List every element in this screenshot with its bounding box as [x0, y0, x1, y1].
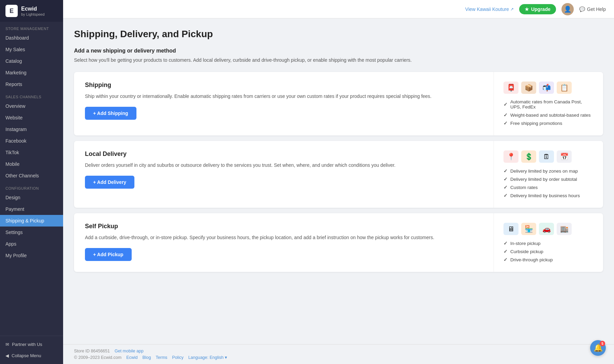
my-profile-label: My Profile: [5, 253, 27, 258]
delivery-feature-1: Delivery limited by zones on map: [503, 168, 594, 174]
delivery-icon-price: 💲: [521, 150, 536, 163]
local-delivery-description: Deliver orders yourself in city and subu…: [85, 162, 483, 169]
design-label: Design: [5, 195, 20, 200]
sidebar-item-other-channels[interactable]: Other Channels: [0, 170, 63, 181]
notification-button[interactable]: 🔔 5: [590, 340, 606, 356]
app-tagline: by Lightspeed: [21, 12, 45, 16]
page-content: Shipping, Delivery, and Pickup Add a new…: [63, 18, 614, 344]
sidebar-item-mobile[interactable]: Mobile: [0, 158, 63, 170]
cards-area: Shipping Ship within your country or int…: [74, 72, 603, 272]
sidebar-item-my-profile[interactable]: My Profile: [0, 250, 63, 261]
partner-label: Partner with Us: [12, 342, 42, 347]
other-channels-label: Other Channels: [5, 173, 39, 178]
sidebar-item-overview[interactable]: Overview: [0, 100, 63, 112]
upgrade-label: Upgrade: [531, 6, 551, 12]
pickup-feature-2: Curbside pickup: [503, 249, 594, 254]
pickup-icon-car: 🚗: [539, 223, 554, 235]
shipping-icon-post: 📮: [503, 82, 518, 94]
sidebar-item-tiktok[interactable]: TikTok: [0, 147, 63, 158]
sidebar-item-shipping-pickup[interactable]: Shipping & Pickup: [0, 215, 63, 227]
tiktok-label: TikTok: [5, 150, 19, 155]
sidebar-item-apps[interactable]: Apps: [0, 238, 63, 250]
shipping-description: Ship within your country or internationa…: [85, 93, 483, 100]
shipping-icon-fedex: 📬: [539, 82, 554, 94]
sidebar-item-website[interactable]: Website: [0, 112, 63, 123]
shipping-icon-other: 📋: [557, 82, 572, 94]
collapse-label: Collapse Menu: [12, 353, 41, 358]
local-delivery-card-right: 📍 💲 🗓 📅 Delivery limited by zones on map…: [494, 141, 603, 208]
shipping-card-left: Shipping Ship within your country or int…: [74, 72, 494, 135]
shipping-icon-ups: 📦: [521, 82, 536, 94]
delivery-icon-map: 📍: [503, 150, 518, 163]
sidebar-item-dashboard[interactable]: Dashboard: [0, 32, 63, 44]
website-label: Website: [5, 115, 23, 120]
delivery-feature-4: Delivery limited by business hours: [503, 193, 594, 198]
instagram-label: Instagram: [5, 127, 27, 132]
sidebar-bottom: ✉ Partner with Us ◀ Collapse Menu: [0, 336, 63, 364]
add-delivery-button[interactable]: + Add Delivery: [85, 176, 134, 189]
sidebar-item-facebook[interactable]: Facebook: [0, 135, 63, 147]
policy-link[interactable]: Policy: [172, 355, 184, 360]
delivery-feature-2: Delivery limited by order subtotal: [503, 176, 594, 182]
sidebar-item-marketing[interactable]: Marketing: [0, 67, 63, 78]
avatar[interactable]: 👤: [561, 3, 574, 15]
external-link-icon: ↗: [510, 7, 514, 12]
pickup-feature-1: In-store pickup: [503, 241, 594, 246]
sidebar-logo[interactable]: E Ecwid by Lightspeed: [0, 0, 63, 22]
sidebar-item-instagram[interactable]: Instagram: [0, 123, 63, 135]
shipping-feature-2: Weight-based and subtotal-based rates: [503, 112, 594, 118]
local-delivery-card-left: Local Delivery Deliver orders yourself i…: [74, 141, 494, 208]
pickup-features: In-store pickup Curbside pickup Drive-th…: [503, 241, 594, 262]
delivery-features: Delivery limited by zones on map Deliver…: [503, 168, 594, 198]
local-delivery-title: Local Delivery: [85, 150, 483, 158]
self-pickup-description: Add a curbside, drive-through, or in-sto…: [85, 234, 483, 241]
terms-link[interactable]: Terms: [156, 355, 167, 360]
store-link-text: View Kawaii Kouture: [465, 6, 509, 12]
ecwid-link[interactable]: Ecwid: [126, 355, 137, 360]
get-help-label: Get Help: [587, 6, 606, 12]
self-pickup-card-left: Self Pickup Add a curbside, drive-throug…: [74, 213, 494, 272]
logo-text: Ecwid by Lightspeed: [21, 5, 45, 16]
get-mobile-app-link[interactable]: Get mobile app: [115, 349, 144, 353]
envelope-icon: ✉: [5, 342, 9, 347]
store-link[interactable]: View Kawaii Kouture ↗: [465, 6, 514, 12]
self-pickup-card-right: 🖥 🏪 🚗 🏬 In-store pickup Curbside pickup …: [494, 213, 603, 272]
catalog-label: Catalog: [5, 58, 22, 64]
pickup-icons: 🖥 🏪 🚗 🏬: [503, 223, 594, 235]
topbar: View Kawaii Kouture ↗ ★ Upgrade 👤 💬 Get …: [63, 0, 614, 18]
dashboard-label: Dashboard: [5, 35, 29, 41]
sidebar-item-payment[interactable]: Payment: [0, 203, 63, 215]
copyright-text: © 2009–2023 Ecwid.com: [74, 355, 121, 360]
shipping-card: Shipping Ship within your country or int…: [74, 72, 603, 135]
sidebar-item-my-sales[interactable]: My Sales: [0, 44, 63, 55]
app-name: Ecwid: [21, 5, 45, 12]
add-pickup-button[interactable]: + Add Pickup: [85, 248, 132, 261]
blog-link[interactable]: Blog: [143, 355, 151, 360]
sidebar-item-design[interactable]: Design: [0, 192, 63, 203]
star-icon: ★: [525, 6, 529, 12]
sidebar-item-reports[interactable]: Reports: [0, 78, 63, 90]
pickup-feature-3: Drive-through pickup: [503, 257, 594, 262]
reports-label: Reports: [5, 82, 22, 87]
intro-heading: Add a new shipping or delivery method: [74, 48, 603, 54]
settings-label: Settings: [5, 230, 23, 235]
main-area: View Kawaii Kouture ↗ ★ Upgrade 👤 💬 Get …: [63, 0, 614, 364]
sidebar-item-settings[interactable]: Settings: [0, 227, 63, 238]
footer-bottom: © 2009–2023 Ecwid.com Ecwid Blog Terms P…: [74, 355, 603, 360]
payment-label: Payment: [5, 206, 24, 212]
sidebar-item-partner[interactable]: ✉ Partner with Us: [0, 339, 63, 350]
shipping-feature-3: Free shipping promotions: [503, 120, 594, 126]
upgrade-button[interactable]: ★ Upgrade: [519, 4, 556, 14]
sidebar-item-catalog[interactable]: Catalog: [0, 55, 63, 67]
language-selector[interactable]: Language: English ▾: [188, 355, 227, 360]
logo-icon: E: [5, 5, 18, 17]
store-management-label: Store management: [0, 22, 63, 32]
add-shipping-button[interactable]: + Add Shipping: [85, 107, 136, 120]
sidebar-item-collapse[interactable]: ◀ Collapse Menu: [0, 350, 63, 361]
overview-label: Overview: [5, 103, 25, 109]
facebook-label: Facebook: [5, 138, 26, 144]
my-sales-label: My Sales: [5, 47, 25, 52]
get-help-button[interactable]: 💬 Get Help: [579, 6, 606, 12]
collapse-icon: ◀: [5, 353, 9, 358]
marketing-label: Marketing: [5, 70, 26, 75]
